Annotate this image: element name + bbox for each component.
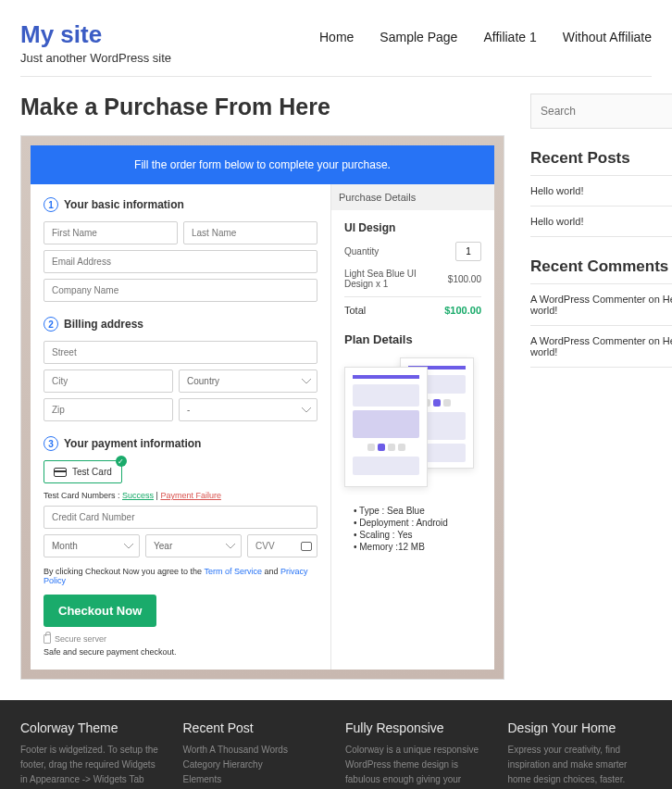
step-3-icon: 3	[44, 436, 58, 451]
footer-col-3: Fully ResponsiveColorway is a unique res…	[345, 720, 490, 789]
site-header: My site Just another WordPress site Home…	[20, 20, 652, 77]
first-name-input[interactable]	[44, 221, 178, 244]
cc-number-input[interactable]	[44, 506, 317, 529]
nav-sample-page[interactable]: Sample Page	[380, 30, 457, 44]
qty-input[interactable]	[455, 242, 481, 261]
lock-icon	[44, 634, 51, 644]
safe-text: Safe and secure payment checkout.	[44, 647, 317, 657]
search-input[interactable]	[541, 105, 672, 118]
footer: Colorway ThemeFooter is widgetized. To s…	[0, 700, 672, 789]
hint-success-link[interactable]: Success	[122, 491, 154, 500]
plan-item: Deployment : Android	[354, 518, 481, 528]
terms-text: By clicking Checkout Now you agree to th…	[44, 567, 317, 585]
plan-list: Type : Sea Blue Deployment : Android Sca…	[344, 506, 481, 552]
line-item: Light Sea Blue UI Design x 1	[344, 269, 437, 289]
plan-thumb-1	[344, 367, 428, 487]
last-name-input[interactable]	[183, 221, 317, 244]
hint-failure-link[interactable]: Payment Failure	[160, 491, 221, 500]
recent-post-link[interactable]: Hello world!	[530, 185, 583, 196]
cvv-card-icon	[301, 542, 312, 551]
main-nav: Home Sample Page Affiliate 1 Without Aff…	[319, 30, 652, 44]
zip-input[interactable]	[44, 398, 173, 421]
total-label: Total	[344, 305, 366, 316]
form-banner: Fill the order form below to complete yo…	[31, 145, 494, 184]
recent-posts-list: Hello world! Hello world!	[530, 175, 672, 237]
nav-home[interactable]: Home	[319, 30, 354, 44]
nav-affiliate-1[interactable]: Affiliate 1	[483, 30, 536, 44]
card-icon	[54, 468, 67, 477]
recent-post-link[interactable]: Hello world!	[530, 216, 583, 227]
qty-label: Quantity	[344, 246, 379, 257]
footer-col-4: Design Your HomeExpress your creativity,…	[508, 720, 653, 789]
recent-comment-link[interactable]: A WordPress Commenter on Hello world!	[530, 294, 672, 316]
line-price: $100.00	[448, 274, 481, 284]
total-amount: $100.00	[444, 305, 481, 316]
plan-item: Scaling : Yes	[354, 530, 481, 540]
country-select[interactable]: Country	[179, 369, 317, 393]
year-select[interactable]: Year	[145, 534, 242, 557]
recent-comments-title: Recent Comments	[530, 257, 672, 276]
purchase-card: Fill the order form below to complete yo…	[31, 145, 494, 670]
company-input[interactable]	[44, 279, 317, 302]
tos-link[interactable]: Term of Service	[204, 567, 262, 576]
recent-comment-link[interactable]: A WordPress Commenter on Hello world!	[530, 335, 672, 357]
plan-item: Type : Sea Blue	[354, 506, 481, 516]
test-card-option[interactable]: Test Card	[44, 460, 122, 483]
checkout-button[interactable]: Checkout Now	[44, 595, 156, 627]
state-select[interactable]: -	[179, 398, 317, 421]
city-input[interactable]	[44, 369, 173, 393]
product-title: UI Design	[344, 221, 481, 234]
plan-thumbnails	[344, 357, 481, 496]
recent-posts-title: Recent Posts	[530, 149, 672, 168]
footer-col-2: Recent PostWorth A Thousand Words Catego…	[183, 720, 328, 789]
step-1-header: 1Your basic information	[44, 197, 317, 212]
secure-server: Secure server	[44, 634, 317, 644]
purchase-wrapper: Fill the order form below to complete yo…	[20, 135, 504, 680]
page-title: Make a Purchase From Here	[20, 94, 504, 120]
month-select[interactable]: Month	[44, 534, 140, 557]
nav-without-affiliate[interactable]: Without Affiliate	[563, 30, 652, 44]
footer-col-1: Colorway ThemeFooter is widgetized. To s…	[20, 720, 165, 789]
test-card-hint: Test Card Numbers : Success | Payment Fa…	[44, 491, 317, 500]
purchase-details-header: Purchase Details	[331, 184, 494, 210]
step-2-header: 2Billing address	[44, 317, 317, 332]
street-input[interactable]	[44, 341, 317, 364]
plan-details-title: Plan Details	[344, 332, 481, 346]
step-2-icon: 2	[44, 317, 58, 332]
step-1-icon: 1	[44, 197, 58, 212]
site-title[interactable]: My site	[20, 20, 171, 49]
tagline: Just another WordPress site	[20, 51, 171, 65]
recent-comments-list: A WordPress Commenter on Hello world! A …	[530, 283, 672, 368]
email-input[interactable]	[44, 250, 317, 273]
plan-item: Memory :12 MB	[354, 542, 481, 552]
step-3-header: 3Your payment information	[44, 436, 317, 451]
search-box[interactable]	[530, 94, 672, 129]
